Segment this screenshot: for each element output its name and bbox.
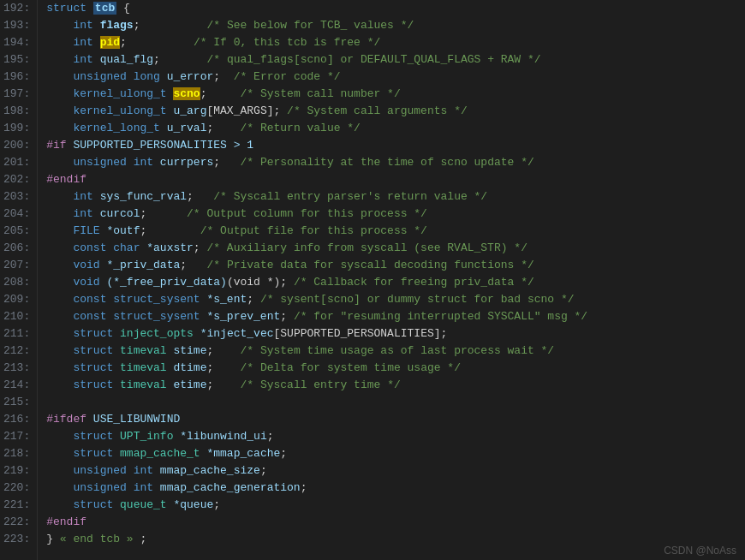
line-number-212: 212: [3, 343, 30, 360]
line-number-217: 217: [3, 428, 30, 445]
watermark: CSDN @NoAss [664, 545, 736, 557]
line-number-203: 203: [3, 188, 30, 206]
code-line-210: const struct_sysent *s_prev_ent; /* for … [46, 308, 745, 325]
code-line-193: int flags; /* See below for TCB_ values … [46, 17, 745, 34]
code-line-202: #endif [46, 171, 745, 188]
code-line-221: struct queue_t *queue; [46, 497, 745, 514]
code-line-209: const struct_sysent *s_ent; /* sysent[sc… [46, 291, 745, 308]
line-number-216: 216: [3, 411, 30, 428]
line-number-210: 210: [3, 308, 30, 325]
code-line-219: unsigned int mmap_cache_size; [46, 462, 745, 480]
line-number-202: 202: [3, 171, 30, 188]
line-number-198: 198: [3, 103, 30, 120]
code-line-197: kernel_ulong_t scno; /* System call numb… [46, 86, 745, 103]
line-number-206: 206: [3, 240, 30, 257]
line-number-194: 194: [3, 34, 30, 51]
code-line-205: FILE *outf; /* Output file for this proc… [46, 223, 745, 240]
code-line-192: struct tcb { [46, 0, 745, 17]
line-number-220: 220: [3, 480, 30, 497]
line-number-214: 214: [3, 377, 30, 394]
line-numbers: 192:193:194:195:196:197:198:199:200:201:… [0, 0, 38, 560]
line-number-200: 200: [3, 137, 30, 154]
code-line-222: #endif [46, 514, 745, 531]
code-line-201: unsigned int currpers; /* Personality at… [46, 154, 745, 171]
code-line-223: } « end tcb » ; [46, 531, 745, 548]
line-number-205: 205: [3, 223, 30, 240]
code-line-200: #if SUPPORTED_PERSONALITIES > 1 [46, 137, 745, 154]
code-line-216: #ifdef USE_LIBUNWIND [46, 411, 745, 428]
line-number-204: 204: [3, 206, 30, 223]
code-line-199: kernel_long_t u_rval; /* Return value */ [46, 120, 745, 137]
line-number-221: 221: [3, 497, 30, 514]
code-line-213: struct timeval dtime; /* Delta for syste… [46, 360, 745, 377]
code-line-211: struct inject_opts *inject_vec[SUPPORTED… [46, 325, 745, 343]
line-number-207: 207: [3, 257, 30, 274]
line-number-196: 196: [3, 69, 30, 86]
code-line-206: const char *auxstr; /* Auxiliary info fr… [46, 240, 745, 257]
code-line-195: int qual_flg; /* qual_flags[scno] or DEF… [46, 51, 745, 69]
line-number-208: 208: [3, 274, 30, 291]
line-number-223: 223: [3, 531, 30, 548]
code-line-212: struct timeval stime; /* System time usa… [46, 343, 745, 360]
line-number-192: 192: [3, 0, 30, 17]
line-number-193: 193: [3, 17, 30, 34]
code-line-196: unsigned long u_error; /* Error code */ [46, 69, 745, 86]
code-line-204: int curcol; /* Output column for this pr… [46, 206, 745, 223]
line-number-199: 199: [3, 120, 30, 137]
line-number-218: 218: [3, 445, 30, 462]
line-number-213: 213: [3, 360, 30, 377]
line-number-209: 209: [3, 291, 30, 308]
line-number-219: 219: [3, 462, 30, 480]
code-line-215 [46, 394, 745, 411]
code-line-208: void (*_free_priv_data)(void *); /* Call… [46, 274, 745, 291]
code-lines: struct tcb { int flags; /* See below for… [38, 0, 745, 560]
code-line-218: struct mmap_cache_t *mmap_cache; [46, 445, 745, 462]
line-number-215: 215: [3, 394, 30, 411]
line-number-222: 222: [3, 514, 30, 531]
line-number-195: 195: [3, 51, 30, 69]
code-line-220: unsigned int mmap_cache_generation; [46, 480, 745, 497]
code-line-203: int sys_func_rval; /* Syscall entry pars… [46, 188, 745, 206]
code-line-214: struct timeval etime; /* Syscall entry t… [46, 377, 745, 394]
code-line-194: int pid; /* If 0, this tcb is free */ [46, 34, 745, 51]
code-container: 192:193:194:195:196:197:198:199:200:201:… [0, 0, 745, 560]
code-line-217: struct UPT_info *libunwind_ui; [46, 428, 745, 445]
line-number-211: 211: [3, 325, 30, 343]
code-line-207: void *_priv_data; /* Private data for sy… [46, 257, 745, 274]
code-line-198: kernel_ulong_t u_arg[MAX_ARGS]; /* Syste… [46, 103, 745, 120]
line-number-201: 201: [3, 154, 30, 171]
line-number-197: 197: [3, 86, 30, 103]
